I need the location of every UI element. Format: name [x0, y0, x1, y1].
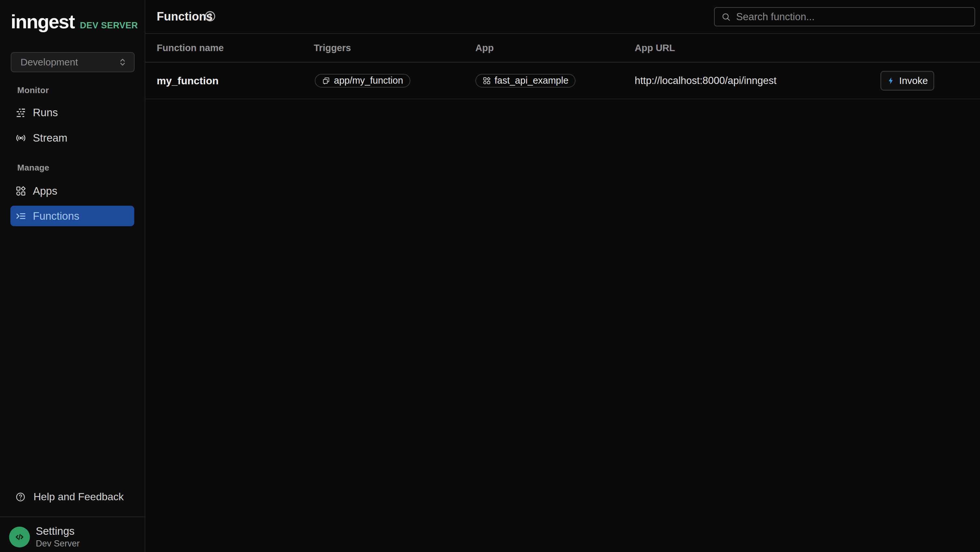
- runs-icon: [15, 107, 26, 118]
- help-circle-icon: [204, 10, 216, 22]
- unfold-chevrons-icon: [117, 57, 128, 68]
- settings-entry[interactable]: Settings Dev Server: [0, 517, 145, 552]
- app-badge: fast_api_example: [476, 74, 576, 88]
- trigger-badge-label: app/my_function: [334, 75, 403, 86]
- invoke-button[interactable]: Invoke: [880, 71, 934, 91]
- logo: inngest DEV SERVER: [11, 12, 138, 32]
- page-help-button[interactable]: [204, 10, 216, 22]
- environment-selector-label: Development: [21, 57, 78, 68]
- function-name: my_function: [157, 75, 218, 86]
- help-and-feedback-label: Help and Feedback: [33, 491, 124, 503]
- sidebar-item-label: Stream: [33, 132, 67, 144]
- help-circle-icon: [15, 492, 26, 502]
- dev-server-avatar: [9, 526, 30, 547]
- help-and-feedback[interactable]: Help and Feedback: [15, 491, 124, 503]
- search-input[interactable]: [736, 11, 968, 23]
- apps-icon: [15, 185, 26, 196]
- functions-icon: [15, 211, 26, 222]
- app-url: http://localhost:8000/api/inngest: [635, 75, 776, 86]
- sidebar-item-stream[interactable]: Stream: [10, 128, 134, 148]
- section-label-manage: Manage: [17, 163, 49, 173]
- app-badge-label: fast_api_example: [495, 75, 568, 86]
- lightning-bolt-icon: [887, 77, 895, 85]
- settings-subtitle: Dev Server: [36, 539, 80, 549]
- inngest-logo: inngest: [11, 12, 75, 32]
- event-copy-icon: [322, 77, 330, 85]
- column-header-function-name: Function name: [157, 43, 224, 53]
- environment-selector[interactable]: Development: [11, 52, 135, 72]
- column-header-app: App: [476, 43, 493, 53]
- table-row[interactable]: my_function app/my_function fast_api_exa…: [145, 62, 980, 99]
- sidebar-item-apps[interactable]: Apps: [10, 180, 134, 201]
- invoke-button-label: Invoke: [899, 75, 928, 86]
- topbar: Functions: [145, 0, 980, 34]
- search-box: [714, 7, 975, 26]
- section-label-monitor: Monitor: [17, 85, 49, 96]
- main-content: Functions Function name Triggers App App…: [145, 0, 980, 552]
- sidebar-item-label: Functions: [33, 210, 80, 222]
- column-header-triggers: Triggers: [314, 43, 351, 53]
- sidebar: inngest DEV SERVER Development Monitor R…: [0, 0, 145, 552]
- sidebar-item-runs[interactable]: Runs: [10, 102, 134, 123]
- search-icon: [721, 12, 731, 22]
- settings-label: Settings: [36, 525, 75, 538]
- code-icon: [13, 531, 26, 543]
- column-header-app-url: App URL: [635, 43, 675, 53]
- sidebar-item-label: Runs: [33, 107, 58, 119]
- table-header: Function name Triggers App App URL: [145, 34, 980, 62]
- sidebar-item-functions[interactable]: Functions: [10, 206, 134, 226]
- apps-icon: [482, 77, 491, 85]
- dev-server-badge: DEV SERVER: [80, 21, 138, 30]
- stream-icon: [15, 132, 26, 144]
- sidebar-item-label: Apps: [33, 185, 57, 197]
- trigger-badge: app/my_function: [315, 74, 410, 88]
